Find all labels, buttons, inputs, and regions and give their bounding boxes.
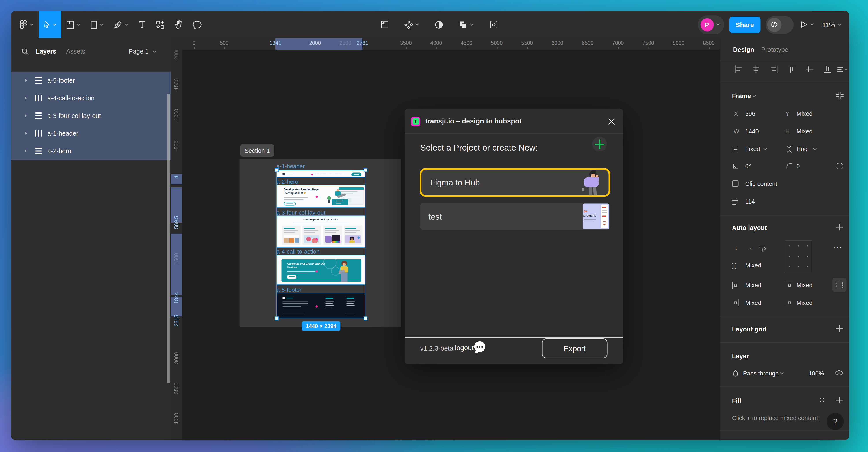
layer-row-a-3-four-col-lay-out[interactable]: a-3-four-col-lay-out bbox=[11, 107, 171, 124]
create-project-button[interactable] bbox=[592, 137, 607, 152]
clip-content-checkbox[interactable] bbox=[732, 180, 739, 187]
collapse-panel-icon[interactable] bbox=[836, 91, 844, 99]
add-auto-layout-icon[interactable] bbox=[836, 223, 843, 231]
individual-padding-button[interactable] bbox=[832, 278, 847, 292]
feedback-chat-icon[interactable] bbox=[474, 341, 485, 352]
close-icon[interactable] bbox=[607, 116, 616, 126]
x-value[interactable]: 596 bbox=[745, 110, 755, 117]
align-left-icon[interactable] bbox=[734, 65, 743, 74]
expand-chevron-icon[interactable] bbox=[24, 131, 28, 136]
search-icon[interactable] bbox=[22, 48, 29, 55]
padding-top-value[interactable]: Mixed bbox=[797, 282, 812, 288]
rectangle-tool-button[interactable] bbox=[86, 11, 108, 38]
visibility-eye-icon[interactable] bbox=[835, 369, 843, 376]
frame-thumb-hero[interactable]: Develop Your Landing Page Starting at Ju… bbox=[277, 185, 365, 208]
frame-label[interactable]: a-1-header bbox=[277, 162, 365, 169]
layers-scrollbar[interactable] bbox=[167, 94, 170, 383]
present-button[interactable] bbox=[799, 11, 815, 38]
distribute-icon[interactable] bbox=[837, 66, 844, 73]
gap-value[interactable]: Mixed bbox=[745, 262, 762, 269]
frame-thumb-header[interactable] bbox=[277, 170, 365, 177]
plugin-dialog-header[interactable]: t transjt.io – design to hubspot bbox=[405, 109, 623, 134]
chevron-down-icon[interactable] bbox=[780, 372, 784, 375]
padding-bottom-value[interactable]: Mixed bbox=[797, 300, 812, 306]
y-value[interactable]: Mixed bbox=[797, 110, 812, 117]
h-value[interactable]: Mixed bbox=[797, 128, 812, 135]
corner-radius-value[interactable]: 0 bbox=[797, 163, 800, 169]
mask-button[interactable] bbox=[430, 11, 448, 38]
fill-styles-icon[interactable] bbox=[820, 398, 825, 403]
align-top-icon[interactable] bbox=[787, 65, 796, 74]
comment-tool-button[interactable] bbox=[188, 11, 207, 38]
frame-label[interactable]: a-3-four-col-lay-out bbox=[277, 208, 365, 216]
chevron-down-icon[interactable] bbox=[813, 148, 817, 150]
selection-handle[interactable] bbox=[363, 168, 367, 172]
alignment-grid[interactable] bbox=[785, 240, 812, 272]
vertical-sizing-value[interactable]: Hug bbox=[797, 145, 807, 152]
expand-chevron-icon[interactable] bbox=[24, 149, 28, 153]
share-button[interactable]: Share bbox=[729, 16, 761, 33]
selection-handle[interactable] bbox=[363, 316, 367, 320]
padding-left-value[interactable]: Mixed bbox=[745, 282, 762, 288]
account-menu-button[interactable]: P bbox=[698, 15, 724, 34]
frame-tool-button[interactable] bbox=[61, 11, 86, 38]
zoom-menu-button[interactable]: 11% bbox=[820, 11, 844, 38]
pen-tool-button[interactable] bbox=[108, 11, 133, 38]
move-tool-button[interactable] bbox=[38, 11, 61, 38]
layer-opacity-value[interactable]: 100% bbox=[808, 370, 824, 376]
tab-assets[interactable]: Assets bbox=[66, 48, 85, 55]
item-spacing-value[interactable]: 114 bbox=[745, 198, 755, 205]
auto-layout-more-icon[interactable]: ··· bbox=[834, 244, 843, 251]
section-1[interactable]: a-1-header a-2-hero Develop Your Landing… bbox=[240, 159, 401, 327]
frame-section-title[interactable]: Frame bbox=[732, 93, 751, 99]
chevron-down-icon[interactable] bbox=[844, 68, 848, 71]
frame-thumb-cta[interactable]: Accelerate Your Growth With Our Services bbox=[277, 255, 365, 285]
frame-label[interactable]: a-4-call-to-action bbox=[277, 248, 365, 255]
selection-handle[interactable] bbox=[275, 316, 278, 320]
project-card-figma-to-hub[interactable]: Figma to Hub bbox=[420, 168, 610, 197]
expand-chevron-icon[interactable] bbox=[24, 114, 28, 118]
actions-tool-button[interactable] bbox=[151, 11, 169, 38]
frame-thumb-four-col[interactable]: Create great designs, faster bbox=[277, 216, 365, 248]
align-vertical-center-icon[interactable] bbox=[806, 65, 814, 74]
dev-resources-button[interactable] bbox=[484, 11, 504, 38]
layout-direction-vertical-icon[interactable]: ↓ bbox=[734, 244, 738, 252]
layer-row-a-4-call-to-action[interactable]: a-4-call-to-action bbox=[11, 89, 171, 107]
export-button[interactable]: Export bbox=[542, 338, 608, 358]
blend-mode-value[interactable]: Pass through bbox=[743, 370, 779, 376]
align-bottom-icon[interactable] bbox=[824, 65, 832, 74]
boolean-groups-button[interactable] bbox=[454, 11, 479, 38]
dev-mode-toggle[interactable] bbox=[766, 16, 794, 33]
create-component-button[interactable] bbox=[399, 11, 424, 38]
horizontal-sizing-value[interactable]: Fixed bbox=[745, 145, 760, 152]
layout-wrap-icon[interactable] bbox=[758, 246, 767, 252]
text-tool-button[interactable] bbox=[133, 11, 151, 38]
layer-row-a-2-hero[interactable]: a-2-hero bbox=[11, 142, 171, 160]
frame-thumb-footer[interactable] bbox=[277, 293, 365, 318]
help-button[interactable]: ? bbox=[827, 413, 844, 430]
clip-content-label[interactable]: Clip content bbox=[745, 180, 777, 187]
main-menu-button[interactable] bbox=[14, 11, 38, 38]
section-label-chip[interactable]: Section 1 bbox=[240, 144, 274, 157]
page-chevron-icon[interactable] bbox=[153, 50, 157, 53]
project-card-test[interactable]: test 0+ STOMERS bbox=[420, 203, 610, 230]
padding-right-value[interactable]: Mixed bbox=[745, 300, 762, 306]
layer-row-a-1-header[interactable]: a-1-header bbox=[11, 124, 171, 142]
selection-handle[interactable] bbox=[275, 168, 278, 172]
hand-tool-button[interactable] bbox=[169, 11, 188, 38]
tab-layers[interactable]: Layers bbox=[36, 48, 56, 55]
layer-row-a-5-footer[interactable]: a-5-footer bbox=[11, 72, 171, 89]
logout-link[interactable]: logout bbox=[455, 344, 474, 352]
tab-design[interactable]: Design bbox=[733, 46, 754, 53]
chevron-down-icon[interactable] bbox=[752, 95, 756, 98]
align-right-icon[interactable] bbox=[770, 65, 778, 74]
tab-prototype[interactable]: Prototype bbox=[761, 46, 788, 53]
add-layout-grid-icon[interactable] bbox=[836, 325, 843, 333]
page-selector[interactable]: Page 1 bbox=[129, 48, 149, 55]
expand-chevron-icon[interactable] bbox=[24, 78, 28, 83]
edit-object-button[interactable] bbox=[376, 11, 394, 38]
w-value[interactable]: 1440 bbox=[745, 128, 759, 135]
expand-chevron-icon[interactable] bbox=[24, 96, 28, 100]
layout-direction-horizontal-icon[interactable]: → bbox=[746, 244, 753, 252]
frame-label[interactable]: a-5-footer bbox=[277, 285, 365, 293]
